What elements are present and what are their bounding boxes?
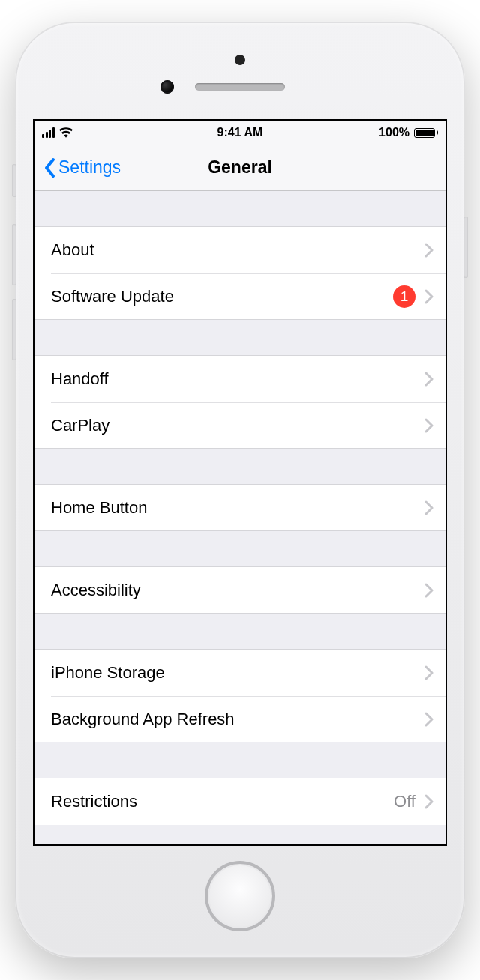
cell-label: Background App Refresh [51, 710, 235, 729]
chevron-right-icon [424, 418, 434, 433]
back-button-label: Settings [58, 157, 121, 178]
cell-accessibility[interactable]: Accessibility [34, 567, 446, 614]
cell-home-button[interactable]: Home Button [34, 485, 446, 531]
cell-label: Restrictions [51, 792, 137, 811]
page-title: General [208, 157, 272, 178]
back-button[interactable]: Settings [44, 157, 121, 178]
wifi-icon [59, 127, 73, 138]
chevron-left-icon [44, 157, 57, 178]
chevron-right-icon [424, 289, 434, 304]
status-bar: 9:41 AM 100% [34, 121, 446, 145]
screen: 9:41 AM 100% Settings General About [33, 119, 447, 846]
section-separator [34, 742, 446, 778]
nav-bar: Settings General [34, 145, 446, 191]
chevron-right-icon [424, 243, 434, 258]
chevron-right-icon [424, 372, 434, 387]
cell-handoff[interactable]: Handoff [34, 356, 446, 402]
section-separator [34, 320, 446, 356]
update-badge: 1 [393, 285, 416, 308]
cell-label: Home Button [51, 498, 147, 518]
cell-iphone-storage[interactable]: iPhone Storage [34, 650, 446, 696]
settings-list[interactable]: About Software Update 1 Handoff [34, 191, 446, 844]
cell-carplay[interactable]: CarPlay [34, 402, 446, 449]
cell-background-app-refresh[interactable]: Background App Refresh [34, 696, 446, 742]
volume-down-button [12, 299, 16, 360]
front-camera-icon [160, 80, 174, 94]
cell-label: iPhone Storage [51, 663, 165, 683]
cell-label: CarPlay [51, 416, 110, 435]
section-separator [34, 531, 446, 567]
cell-label: About [51, 241, 94, 260]
status-battery-percent: 100% [379, 126, 410, 139]
chevron-right-icon [424, 794, 434, 809]
home-button[interactable] [205, 861, 275, 931]
cell-software-update[interactable]: Software Update 1 [34, 273, 446, 320]
cell-label: Software Update [51, 287, 174, 306]
battery-icon [414, 128, 438, 138]
mute-switch [12, 164, 16, 197]
proximity-sensor-icon [235, 55, 245, 65]
cell-signal-icon [42, 127, 55, 138]
chevron-right-icon [424, 712, 434, 727]
cell-detail: Off [394, 792, 416, 811]
status-time: 9:41 AM [218, 126, 263, 139]
iphone-device-frame: 9:41 AM 100% Settings General About [15, 22, 465, 958]
section-separator [34, 614, 446, 650]
power-button [464, 217, 468, 278]
section-separator [34, 191, 446, 227]
cell-label: Handoff [51, 369, 109, 389]
chevron-right-icon [424, 583, 434, 598]
section-separator [34, 449, 446, 485]
chevron-right-icon [424, 665, 434, 680]
volume-up-button [12, 224, 16, 285]
cell-restrictions[interactable]: Restrictions Off [34, 778, 446, 825]
cell-label: Accessibility [51, 581, 141, 600]
cell-about[interactable]: About [34, 227, 446, 273]
chevron-right-icon [424, 500, 434, 515]
